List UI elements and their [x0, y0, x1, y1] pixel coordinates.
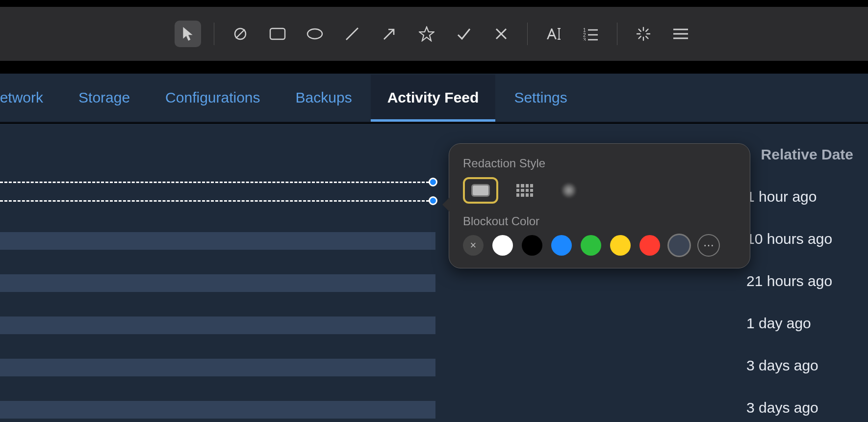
x-icon[interactable]	[488, 21, 514, 47]
color-swatch-green[interactable]	[581, 235, 601, 256]
svg-line-5	[384, 29, 394, 39]
relative-date: 1 hour ago	[746, 188, 817, 205]
tab-backups[interactable]: Backups	[296, 75, 352, 121]
toolbar-separator	[617, 23, 617, 45]
selection-handle[interactable]	[429, 196, 437, 205]
svg-rect-2	[270, 28, 285, 39]
tab-settings[interactable]: Settings	[514, 75, 567, 121]
style-pixelate-button[interactable]	[507, 177, 542, 204]
color-swatch-blue[interactable]	[551, 235, 572, 256]
tab-activity-feed[interactable]: Activity Feed	[371, 75, 496, 121]
line-icon[interactable]	[339, 21, 365, 47]
tab-network[interactable]: Network	[0, 75, 43, 121]
redacted-bar	[0, 359, 435, 376]
color-swatch-more[interactable]: ⋯	[698, 235, 719, 256]
text-icon[interactable]	[540, 21, 567, 47]
svg-line-24	[638, 36, 640, 38]
redaction-style-row	[463, 177, 736, 204]
relative-date: 3 days ago	[746, 399, 818, 416]
pointer-icon[interactable]	[175, 21, 201, 47]
color-swatch-gray[interactable]	[669, 235, 689, 256]
redaction-selection-top	[0, 182, 429, 183]
redact-icon[interactable]	[227, 21, 254, 47]
annotation-toolbar: 123	[0, 7, 868, 61]
color-swatch-yellow[interactable]	[610, 235, 631, 256]
color-swatch-red[interactable]	[639, 235, 660, 256]
redacted-bar	[0, 274, 435, 292]
svg-point-3	[307, 29, 322, 39]
tab-configurations[interactable]: Configurations	[165, 75, 260, 121]
toolbar-separator	[527, 23, 528, 45]
redaction-style-label: Redaction Style	[463, 157, 736, 170]
column-header-relative-date[interactable]: Relative Date	[761, 146, 853, 163]
color-swatch-white[interactable]	[492, 235, 513, 256]
style-block-button[interactable]	[463, 177, 498, 204]
relative-date: 10 hours ago	[746, 231, 832, 247]
redacted-bar	[0, 401, 435, 419]
blockout-color-label: Blockout Color	[463, 214, 736, 228]
oval-icon[interactable]	[302, 21, 328, 47]
svg-line-1	[236, 29, 245, 38]
relative-date: 21 hours ago	[746, 273, 832, 290]
block-icon	[471, 184, 490, 197]
blur-icon	[562, 183, 576, 198]
redaction-popover: Redaction Style Blockout Color ×⋯	[449, 143, 750, 268]
activity-row[interactable]: 3 days ago	[0, 346, 868, 389]
pixelate-icon	[516, 184, 533, 197]
svg-marker-6	[419, 27, 434, 41]
numbered-list-icon[interactable]: 123	[578, 21, 604, 47]
menu-icon[interactable]	[667, 21, 694, 47]
arrow-icon[interactable]	[376, 21, 403, 47]
color-swatch-black[interactable]	[522, 235, 542, 256]
svg-line-4	[346, 28, 358, 40]
selection-handle[interactable]	[429, 178, 437, 186]
relative-date: 1 day ago	[746, 315, 811, 332]
svg-text:3: 3	[583, 37, 586, 41]
svg-line-25	[646, 29, 648, 31]
svg-line-23	[646, 36, 648, 38]
redaction-selection-bottom	[0, 200, 429, 202]
check-icon[interactable]	[451, 21, 477, 47]
toolbar-separator	[214, 23, 214, 45]
spinner-icon[interactable]	[630, 21, 657, 47]
redacted-bar	[0, 232, 435, 250]
relative-date: 3 days ago	[746, 357, 818, 374]
page-tabs: NetworkStorageConfigurationsBackupsActiv…	[0, 74, 868, 123]
activity-row[interactable]: 3 days ago	[0, 389, 868, 422]
tab-storage[interactable]: Storage	[78, 75, 130, 121]
redacted-bar	[0, 316, 435, 334]
blockout-color-row: ×⋯	[463, 235, 736, 256]
rectangle-icon[interactable]	[264, 21, 291, 47]
activity-row[interactable]: 1 day ago	[0, 304, 868, 346]
svg-line-22	[638, 29, 640, 31]
color-swatch-clear[interactable]: ×	[463, 235, 484, 256]
style-blur-button[interactable]	[551, 177, 587, 204]
star-icon[interactable]	[413, 21, 440, 47]
